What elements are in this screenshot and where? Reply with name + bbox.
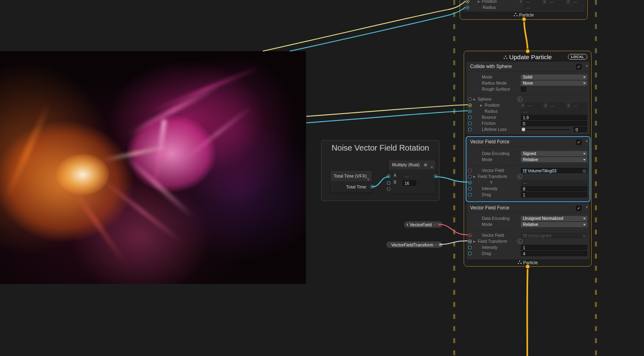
intensity-value-field[interactable]: 1: [521, 245, 587, 250]
foldout-arrow-icon[interactable]: ▶: [473, 98, 475, 101]
y-value-field[interactable]: —: [547, 0, 565, 4]
y-value-field[interactable]: —: [521, 180, 587, 185]
node-header[interactable]: Multiply (float) ⚙ ∨: [389, 160, 436, 170]
radius-value-field[interactable]: —: [521, 109, 587, 114]
multiply-input-b-port[interactable]: [387, 181, 390, 185]
chevron-down-icon[interactable]: ∨: [585, 139, 588, 143]
y-input-port[interactable]: [468, 181, 472, 184]
edge-multiply-to-y[interactable]: [436, 177, 468, 182]
data-encoding-dropdown[interactable]: Unsigned Normalized: [521, 216, 587, 221]
block-header[interactable]: Vector Field Force ✓ ∨: [466, 137, 590, 147]
edge-sphere-position-top[interactable]: [263, 1, 465, 51]
context-node-partial[interactable]: ▶ Position x — y — z — Radius — Particle: [460, 0, 588, 20]
foldout-arrow-icon[interactable]: ▶: [478, 0, 480, 3]
edge-sphere-position[interactable]: [306, 105, 468, 116]
flow-edge-from-update[interactable]: [527, 267, 528, 356]
y-value-field[interactable]: —: [548, 103, 566, 108]
multiply-b-value-field[interactable]: 16: [402, 180, 416, 186]
object-picker-icon[interactable]: [583, 170, 586, 173]
radius-input-port[interactable]: [466, 6, 469, 9]
vector-field-object-field[interactable]: UnityLogo64: [521, 233, 587, 238]
x-value-field[interactable]: —: [524, 0, 541, 4]
multiply-input-a-port[interactable]: [387, 174, 390, 178]
z-value-field[interactable]: —: [571, 103, 587, 108]
local-space-badge[interactable]: L: [517, 97, 522, 102]
intensity-input-port[interactable]: [468, 187, 472, 190]
intensity-input-port[interactable]: [468, 246, 472, 249]
bounce-input-port[interactable]: [468, 116, 472, 119]
drag-input-port[interactable]: [468, 252, 472, 255]
multiply-a-value-field[interactable]: —: [402, 174, 422, 179]
operator-node-total-time[interactable]: Total Time (VFX) ∨ Total Time: [330, 171, 372, 192]
row-mode: Mode Relative: [466, 221, 590, 228]
vector-field-input-port[interactable]: [468, 234, 472, 237]
settings-gear-icon[interactable]: ⚙: [424, 160, 427, 170]
vfx-graph-canvas[interactable]: ▶ Position x — y — z — Radius — Particle…: [0, 0, 644, 356]
foldout-arrow-icon[interactable]: ▶: [473, 240, 475, 243]
foldout-arrow-icon[interactable]: ▶: [473, 175, 475, 178]
edge-sphere-radius[interactable]: [306, 111, 468, 123]
block-collide-with-sphere[interactable]: Collide with Sphere ✓ ∨ Mode Solid Radiu…: [466, 62, 590, 135]
data-encoding-dropdown[interactable]: Signed: [521, 151, 587, 156]
position-input-port[interactable]: [466, 0, 469, 3]
lifetime-loss-input-port[interactable]: [468, 128, 472, 131]
enabled-checkbox[interactable]: ✓: [576, 64, 582, 70]
vector-field-input-port[interactable]: [468, 169, 472, 172]
enabled-checkbox[interactable]: ✓: [576, 205, 582, 211]
position-input-port[interactable]: [468, 103, 472, 107]
node-header[interactable]: Total Time (VFX) ∨: [330, 171, 372, 181]
drag-input-port[interactable]: [468, 193, 472, 197]
chevron-left-icon[interactable]: ‹: [434, 222, 435, 227]
block-header[interactable]: Vector Field Force ✓ ∨: [466, 203, 590, 213]
friction-value-field[interactable]: 0: [521, 121, 587, 126]
radius-value-field[interactable]: —: [524, 5, 586, 10]
parameter-pill-vectorfield[interactable]: VectorField ‹: [404, 221, 443, 228]
drag-value-field[interactable]: 1: [521, 192, 587, 197]
block-header[interactable]: Collide with Sphere ✓ ∨: [466, 62, 590, 72]
mode-dropdown[interactable]: Relative: [521, 222, 587, 227]
block-vector-field-force-1[interactable]: Vector Field Force ✓ ∨ Data Encoding Sig…: [466, 137, 590, 201]
friction-input-port[interactable]: [468, 122, 472, 125]
sphere-input-port[interactable]: [468, 97, 472, 101]
object-picker-icon[interactable]: [583, 234, 586, 238]
radius-mode-dropdown[interactable]: None: [521, 81, 587, 86]
chevron-down-icon[interactable]: ∨: [585, 64, 588, 68]
intensity-value-field[interactable]: 8: [521, 186, 587, 191]
system-border-right-top: [595, 0, 597, 145]
vector-field-object-field[interactable]: VolumeTiling03: [521, 168, 587, 173]
mode-dropdown[interactable]: Solid: [521, 75, 587, 80]
local-space-badge[interactable]: L: [517, 174, 522, 179]
mode-dropdown[interactable]: Relative: [521, 157, 587, 162]
foldout-arrow-icon[interactable]: ▶: [480, 104, 482, 107]
texture-icon: [523, 169, 526, 173]
radius-input-port[interactable]: [468, 110, 472, 113]
chevron-down-icon[interactable]: ∨: [585, 205, 588, 209]
drag-value-field[interactable]: 4: [521, 251, 587, 256]
x-value-field[interactable]: —: [525, 103, 543, 108]
system-border-left: [453, 0, 455, 356]
group-title[interactable]: Noise Vector Field Rotation: [322, 143, 439, 153]
multiply-input-add-port[interactable]: [387, 187, 390, 191]
parameter-pill-vectorfieldtransform[interactable]: VectorFieldTransform ‹: [386, 241, 443, 248]
vectorfieldtransform-output-port[interactable]: [439, 242, 442, 247]
lifetime-loss-value-field[interactable]: 0: [574, 127, 587, 132]
field-transform-input-port[interactable]: [468, 175, 472, 178]
operator-node-multiply-float[interactable]: Multiply (float) ⚙ ∨ A — B 16: [389, 160, 436, 193]
context-node-update-particle[interactable]: Update Particle LOCAL Collide with Spher…: [464, 51, 592, 267]
bounce-value-field[interactable]: 1.9: [521, 115, 587, 120]
enabled-checkbox[interactable]: ✓: [576, 139, 582, 145]
mode-label: Mode: [482, 157, 492, 162]
multiply-output-port[interactable]: [434, 174, 438, 178]
vectorfield-output-port[interactable]: [437, 222, 440, 227]
local-space-badge[interactable]: L: [517, 239, 522, 244]
lifetime-loss-slider-track[interactable]: [521, 129, 570, 130]
z-value-field[interactable]: —: [571, 0, 586, 4]
block-vector-field-force-2[interactable]: Vector Field Force ✓ ∨ Data Encoding Uns…: [466, 203, 590, 259]
flow-edge-to-update[interactable]: [524, 20, 528, 50]
chevron-left-icon[interactable]: ‹: [436, 242, 437, 247]
field-transform-input-port[interactable]: [468, 240, 472, 243]
edge-sphere-radius-top[interactable]: [290, 7, 465, 51]
lifetime-loss-slider-handle[interactable]: [522, 128, 525, 131]
total-time-output-port[interactable]: [370, 185, 374, 188]
rough-surface-checkbox[interactable]: [521, 87, 526, 92]
